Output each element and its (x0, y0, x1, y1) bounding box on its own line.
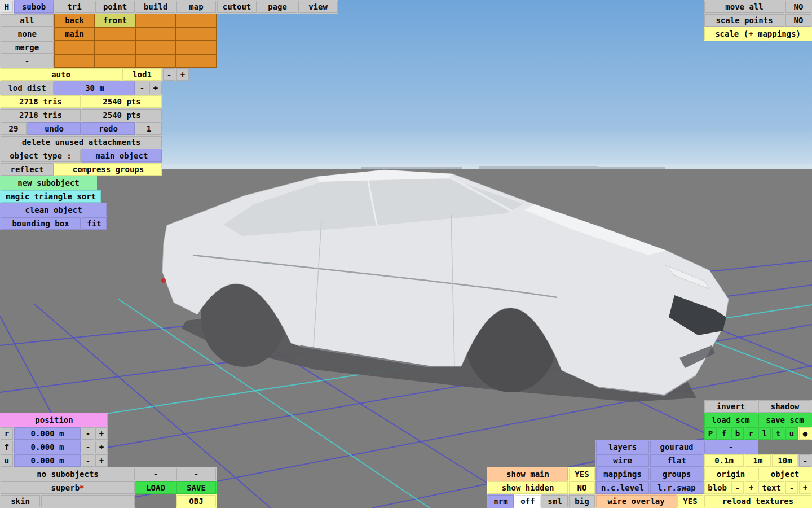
subob-back-button[interactable]: back (54, 14, 95, 27)
bounding-box-button[interactable]: bounding box (0, 217, 81, 230)
select-none-button[interactable]: none (0, 27, 54, 41)
nrm-sml-button[interactable]: sml (541, 494, 568, 508)
subob-grid-cell[interactable] (135, 54, 176, 68)
menu-h-button[interactable]: H (0, 0, 14, 14)
subob-grid-cell[interactable] (176, 14, 217, 27)
subob-grid-cell[interactable] (95, 27, 135, 41)
nc-level-button[interactable]: n.c.level (595, 481, 650, 494)
position-r-value[interactable]: 0.000 m (14, 427, 81, 440)
subob-grid-cell[interactable] (135, 14, 176, 27)
position-u-value[interactable]: 0.000 m (14, 454, 81, 467)
tab-view[interactable]: view (298, 0, 338, 14)
flat-button[interactable]: flat (650, 454, 704, 467)
position-f-value[interactable]: 0.000 m (14, 440, 81, 454)
position-u-plus-button[interactable]: + (95, 454, 108, 467)
lod-dist-value[interactable]: 30 m (54, 81, 135, 95)
lr-swap-button[interactable]: l.r.swap (650, 481, 704, 494)
view-dot-button[interactable]: ● (798, 427, 812, 440)
gouraud-button[interactable]: gouraud (650, 440, 704, 454)
save-scm-button[interactable]: save scm (758, 413, 812, 427)
nrm-off-button[interactable]: off (514, 494, 541, 508)
position-title[interactable]: position (0, 413, 108, 427)
view-top-button[interactable]: t (771, 427, 785, 440)
subob-front-button[interactable]: front (95, 14, 135, 27)
redo-button[interactable]: redo (81, 122, 135, 135)
subob-grid-cell[interactable] (176, 54, 217, 68)
subob-grid-cell[interactable] (135, 41, 176, 54)
blob-button[interactable]: blob (704, 481, 731, 494)
blob-minus-button[interactable]: - (731, 481, 744, 494)
object-type-value[interactable]: main object (81, 149, 162, 163)
tab-cutout[interactable]: cutout (217, 0, 257, 14)
move-all-button[interactable]: move all (704, 0, 785, 14)
blob-plus-button[interactable]: + (744, 481, 758, 494)
new-subobject-button[interactable]: new subobject (0, 176, 97, 190)
position-f-minus-button[interactable]: - (81, 440, 95, 454)
load-button[interactable]: LOAD (135, 481, 176, 494)
view-perspective-button[interactable]: P (704, 427, 717, 440)
view-right-button[interactable]: r (744, 427, 758, 440)
text-minus-button[interactable]: - (785, 481, 798, 494)
lod-dist-minus-button[interactable]: - (135, 81, 149, 95)
mappings-button[interactable]: mappings (595, 467, 650, 481)
invert-button[interactable]: invert (704, 400, 758, 413)
nrm-big-button[interactable]: big (568, 494, 595, 508)
tab-page[interactable]: page (257, 0, 298, 14)
grid-dash-button[interactable]: - (798, 454, 812, 467)
clean-object-button[interactable]: clean object (0, 203, 107, 217)
origin-button[interactable]: origin (704, 467, 758, 481)
position-f-plus-button[interactable]: + (95, 440, 108, 454)
text-button[interactable]: text (758, 481, 785, 494)
position-r-minus-button[interactable]: - (81, 427, 95, 440)
view-front-button[interactable]: f (717, 427, 731, 440)
shading-dash-button[interactable]: - (704, 440, 758, 454)
subob-grid-cell[interactable] (95, 41, 135, 54)
subob-grid-cell[interactable] (54, 54, 95, 68)
load-scm-button[interactable]: load scm (704, 413, 758, 427)
layers-button[interactable]: layers (595, 440, 650, 454)
select-all-button[interactable]: all (0, 14, 54, 27)
tab-subob[interactable]: subob (14, 0, 54, 14)
tab-tri[interactable]: tri (54, 0, 95, 14)
subobject-prev-button[interactable]: - (135, 467, 176, 481)
subobject-next-button[interactable]: - (176, 467, 217, 481)
reflect-button[interactable]: reflect (0, 163, 54, 176)
nrm-button[interactable]: nrm (487, 494, 514, 508)
lod-auto-button[interactable]: auto (0, 68, 122, 81)
lod-dist-plus-button[interactable]: + (149, 81, 162, 95)
magic-triangle-sort-button[interactable]: magic triangle sort (0, 190, 102, 203)
compress-groups-button[interactable]: compress groups (54, 163, 162, 176)
lod-minus-button[interactable]: - (162, 68, 176, 81)
grid-10m-button[interactable]: 10m (771, 454, 798, 467)
subob-grid-cell[interactable] (135, 27, 176, 41)
subob-dash-button[interactable]: - (0, 54, 54, 68)
wire-overlay-toggle[interactable]: YES (677, 494, 704, 508)
view-left-button[interactable]: l (758, 427, 771, 440)
obj-export-button[interactable]: OBJ (176, 494, 217, 508)
position-r-plus-button[interactable]: + (95, 427, 108, 440)
subob-grid-cell[interactable] (176, 27, 217, 41)
scale-points-toggle[interactable]: NO (785, 14, 812, 27)
model-name-button[interactable]: superb* (0, 481, 135, 494)
skin-button[interactable]: skin (0, 494, 41, 508)
merge-button[interactable]: merge (0, 41, 54, 54)
view-back-button[interactable]: b (731, 427, 744, 440)
subob-grid-cell[interactable] (95, 54, 135, 68)
lod1-button[interactable]: lod1 (122, 68, 162, 81)
grid-0-1m-button[interactable]: 0.1m (704, 454, 744, 467)
scale-points-button[interactable]: scale points (704, 14, 785, 27)
wire-overlay-button[interactable]: wire overlay (595, 494, 677, 508)
reload-textures-button[interactable]: reload textures (704, 494, 812, 508)
scale-mappings-button[interactable]: scale (+ mappings) (704, 27, 812, 41)
grid-1m-button[interactable]: 1m (744, 454, 771, 467)
tab-map[interactable]: map (176, 0, 217, 14)
undo-button[interactable]: undo (27, 122, 81, 135)
show-hidden-toggle[interactable]: NO (568, 481, 595, 494)
subob-grid-cell[interactable] (54, 41, 95, 54)
shadow-button[interactable]: shadow (758, 400, 812, 413)
groups-button[interactable]: groups (650, 467, 704, 481)
subob-grid-cell[interactable] (176, 41, 217, 54)
wire-button[interactable]: wire (595, 454, 650, 467)
text-plus-button[interactable]: + (798, 481, 812, 494)
save-button[interactable]: SAVE (176, 481, 217, 494)
